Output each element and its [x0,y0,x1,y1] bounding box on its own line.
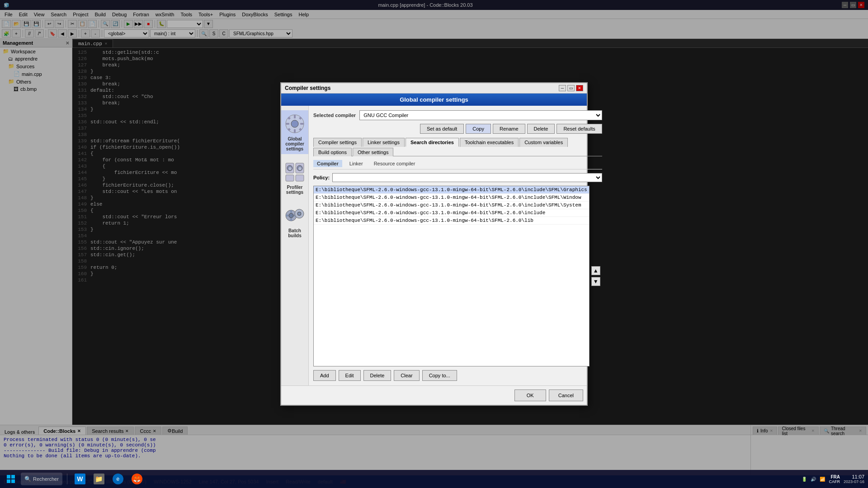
sidebar-batch-builds[interactable]: Batch builds [281,202,308,241]
svg-text:⚙: ⚙ [288,167,292,171]
svg-rect-22 [286,215,288,216]
selected-compiler-row: Selected compiler GNU GCC Compiler [313,110,602,120]
compiler-select[interactable]: GNU GCC Compiler [359,110,602,120]
dialog-tabs: Compiler settings Linker settings Search… [313,137,602,156]
paths-container: E:\bibliotheque\SFML-2.6.0-windows-gcc-1… [313,186,602,366]
start-button[interactable] [4,472,18,486]
sub-tabs: Compiler Linker Resource compiler [313,160,602,169]
arrow-down-btn[interactable]: ▼ [591,277,600,286]
clock-date: 2023-07-16 [844,479,864,484]
svg-rect-13 [296,175,304,181]
tab-toolchain[interactable]: Toolchain executables [460,138,519,147]
outer-dialog-controls: ─ ▭ ✕ [559,85,583,91]
path-item[interactable]: E:\bibliotheque\SFML-2.6.0-windows-gcc-1… [314,217,589,225]
subtab-compiler[interactable]: Compiler [313,160,342,167]
inner-dialog-title-bar: Global compiler settings [281,94,587,106]
taskbar-app-2[interactable]: 📁 [91,471,107,487]
tab-linker-settings[interactable]: Linker settings [363,138,405,147]
taskbar-clock: 11:07 2023-07-16 [844,474,864,484]
batch-builds-icon [284,205,306,226]
taskbar-search-placeholder: Rechercher [33,476,59,482]
set-default-btn[interactable]: Set as default [420,124,464,134]
path-item[interactable]: E:\bibliotheque\SFML-2.6.0-windows-gcc-1… [314,194,589,202]
svg-rect-28 [7,479,10,483]
svg-rect-2 [294,115,296,118]
delete-path-btn[interactable]: Delete [363,370,392,381]
svg-rect-5 [300,123,304,125]
outer-maximize-btn[interactable]: ▭ [567,85,575,91]
rename-btn[interactable]: Rename [493,124,525,134]
taskbar-search-bar[interactable]: 🔍 Rechercher [21,473,62,485]
sidebar-profiler[interactable]: ⚙ ⚙ Profiler settings [281,159,308,197]
cancel-btn[interactable]: Cancel [549,389,583,401]
svg-rect-20 [290,210,292,213]
battery-icon: 🔋 [802,477,807,482]
sidebar-global-compiler[interactable]: Global compiler settings [281,110,308,154]
tab-custom-variables[interactable]: Custom variables [519,138,568,147]
copy-to-btn[interactable]: Copy to... [422,370,457,381]
reset-defaults-btn[interactable]: Reset defaults [557,124,602,134]
add-path-btn[interactable]: Add [313,370,336,381]
taskbar-lang-display: FRA CAFR [829,474,840,484]
ide-window: 🧊 main.cpp [apprendre] - Code::Blocks 20… [0,0,868,488]
subtab-linker[interactable]: Linker [346,160,367,167]
paths-list[interactable]: E:\bibliotheque\SFML-2.6.0-windows-gcc-1… [313,186,590,366]
lang-fra: FRA [829,474,840,479]
profiler-icon: ⚙ ⚙ [284,161,306,183]
taskbar-app-3[interactable]: e [110,471,126,487]
path-item[interactable]: E:\bibliotheque\SFML-2.6.0-windows-gcc-1… [314,209,589,217]
outer-minimize-btn[interactable]: ─ [559,85,566,91]
svg-rect-21 [290,218,292,221]
outer-close-btn[interactable]: ✕ [576,85,583,91]
lang-cafr: CAFR [829,479,840,484]
compiler-settings-outer-dialog: Compiler settings ─ ▭ ✕ Global compiler … [280,82,588,406]
svg-text:⚙: ⚙ [298,167,302,171]
selected-compiler-label: Selected compiler [313,113,356,118]
taskbar-app-4[interactable]: 🦊 [129,471,145,487]
clear-paths-btn[interactable]: Clear [394,370,419,381]
profiler-label: Profiler settings [284,185,306,195]
svg-point-25 [297,212,301,216]
svg-rect-29 [11,479,15,483]
subtab-resource-compiler[interactable]: Resource compiler [370,160,419,167]
svg-rect-12 [286,175,294,181]
dialog-content: Selected compiler GNU GCC Compiler Set a… [309,106,607,385]
taskbar-app-1[interactable]: W [72,471,88,487]
svg-rect-26 [7,475,10,479]
list-arrows: ▲ ▼ [590,186,602,366]
tab-search-directories[interactable]: Search directories [406,138,459,147]
svg-rect-3 [294,129,296,133]
outer-dialog-title: Compiler settings [285,85,330,91]
ok-btn[interactable]: OK [514,389,546,401]
svg-point-1 [291,120,298,127]
copy-btn[interactable]: Copy [466,124,491,134]
system-tray: 🔋 🔊 📶 FRA CAFR 11:07 2023-07-16 [802,474,864,484]
delete-btn[interactable]: Delete [527,124,555,134]
policy-select[interactable] [332,173,602,182]
path-item[interactable]: E:\bibliotheque\SFML-2.6.0-windows-gcc-1… [314,202,589,209]
path-action-row: Add Edit Delete Clear Copy to... [313,370,602,381]
global-compiler-label: Global compiler settings [284,136,306,151]
tab-compiler-settings[interactable]: Compiler settings [313,138,362,147]
dialog-sidebar: Global compiler settings [281,106,309,385]
inner-dialog: Global compiler settings [281,94,587,405]
volume-icon: 🔊 [811,477,816,482]
svg-rect-4 [286,123,289,125]
taskbar-sep-1 [67,474,67,484]
modal-overlay: Compiler settings ─ ▭ ✕ Global compiler … [0,0,868,488]
arrow-up-btn[interactable]: ▲ [591,266,600,275]
policy-row: Policy: [313,173,602,182]
batch-builds-label: Batch builds [284,228,306,238]
path-item[interactable]: E:\bibliotheque\SFML-2.6.0-windows-gcc-1… [314,186,589,194]
outer-dialog-title-bar: Compiler settings ─ ▭ ✕ [281,83,587,94]
dialog-footer: OK Cancel [281,385,587,405]
taskbar-search-icon: 🔍 [24,476,31,482]
edit-path-btn[interactable]: Edit [339,370,361,381]
clock-time: 11:07 [844,474,864,479]
inner-dialog-title: Global compiler settings [286,96,582,103]
dialog-body: Global compiler settings [281,106,587,385]
taskbar: 🔍 Rechercher W 📁 e 🦊 🔋 🔊 📶 FRA CAFR 11:0… [0,470,868,488]
tab-build-options[interactable]: Build options [313,148,352,156]
policy-label: Policy: [313,175,330,180]
tab-other-settings[interactable]: Other settings [353,148,393,156]
